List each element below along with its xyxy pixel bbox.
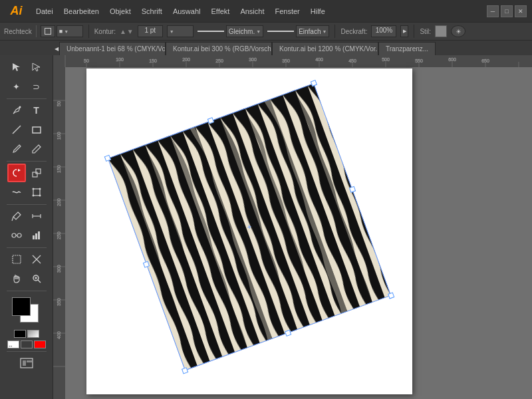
tool-separator-3 [7,204,47,205]
paintbrush-tool[interactable] [7,140,26,158]
blend-tool[interactable] [7,226,26,245]
gradient-swatch[interactable] [27,330,39,338]
handle-rm[interactable] [349,186,356,193]
slice-tool[interactable] [27,250,46,269]
title-bar: Ai Datei Bearbeiten Objekt Schrift Auswa… [0,0,532,22]
menu-effekt[interactable]: Effekt [206,6,234,17]
options-bar: Rechteck ■ Kontur: ▲ ▼ 1 pt Gleichm. Ein… [0,22,532,41]
svg-rect-2 [33,127,41,133]
tab-2[interactable]: Kontur.ai bei 1200 % (CMYK/Vor... ✕ [272,42,378,55]
svg-text:600: 600 [448,57,456,62]
kontur-value-input[interactable]: 1 pt [138,25,163,37]
kontur-up-arrow[interactable]: ▲ [120,28,126,35]
artboard-tool[interactable] [7,250,26,269]
handle-tr[interactable] [311,80,317,86]
eyedropper-tool[interactable] [7,207,26,225]
menu-hilfe[interactable]: Hilfe [306,6,330,17]
svg-point-8 [39,188,41,190]
type-tool[interactable]: T [27,101,46,120]
opacity-label: Deckraft: [340,28,367,35]
line-end-dropdown[interactable]: Einfach [296,25,329,37]
free-transform-tool[interactable] [27,183,46,201]
svg-rect-31 [53,55,532,67]
default-colors-btn[interactable] [21,340,33,348]
opacity-input[interactable]: 100% [371,25,396,37]
bar-graph-tool[interactable] [27,226,46,245]
foreground-color-swatch[interactable] [12,297,31,316]
svg-text:250: 250 [57,231,61,239]
window-maximize[interactable]: □ [501,5,513,17]
shape-selector[interactable] [41,25,55,37]
svg-line-1 [13,126,21,134]
svg-text:550: 550 [415,59,423,63]
svg-text:200: 200 [57,198,61,206]
tab-1[interactable]: Kontur.ai bei 300 % (RGB/Vorsch... ✕ [166,42,272,55]
hand-tool[interactable] [7,269,26,288]
tool-separator-1 [7,98,47,99]
warp-tool[interactable] [7,183,26,201]
tab-0[interactable]: Unbenannt-1 bei 68 % (CMYK/Vo... ✕ [59,42,166,55]
none-swatch[interactable] [14,330,26,338]
tab-3-label: Tranzparenz... [386,45,428,53]
svg-text:650: 650 [481,59,489,63]
tool-separator-4 [7,247,47,248]
svg-text:300: 300 [57,265,61,273]
menu-schrift[interactable]: Schrift [137,6,167,17]
svg-rect-29 [23,360,26,366]
canvas-area[interactable]: 50 100 150 200 250 300 350 400 450 500 5… [53,55,532,399]
svg-point-15 [12,233,16,237]
menu-datei[interactable]: Datei [31,6,58,17]
zebra-image[interactable]: + [108,83,391,370]
line-style-dropdown[interactable]: Gleichm. [226,25,263,37]
tab-1-label: Kontur.ai bei 300 % (RGB/Vorsch... [173,45,272,53]
opacity-arrow[interactable]: ▶ [400,25,408,37]
rectangle-tool[interactable] [27,120,46,139]
swap-colors-btn[interactable]: ↔ [7,340,19,348]
menu-auswahl[interactable]: Auswahl [168,6,205,17]
measure-tool[interactable] [27,207,46,225]
kontur-unit-dropdown[interactable] [167,25,194,37]
svg-text:50: 50 [84,59,89,63]
menu-ansicht[interactable]: Ansicht [235,6,269,17]
tab-3[interactable]: Tranzparenz... [378,42,436,55]
window-close[interactable]: ✕ [515,5,527,17]
appearance-button[interactable]: ☀ [451,25,466,37]
color-mode-btn[interactable] [34,340,46,348]
svg-rect-18 [33,235,35,239]
svg-point-9 [39,195,41,197]
ruler-vertical: 50 100 150 200 250 300 350 400 [53,67,65,399]
direct-selection-tool[interactable] [27,58,46,76]
style-swatch[interactable] [435,25,447,37]
stil-label: Stil: [420,28,431,35]
menu-fenster[interactable]: Fenster [270,6,304,17]
lasso-tool[interactable]: ⊃ [27,77,46,96]
change-screen-mode[interactable] [17,354,36,372]
window-minimize[interactable]: ─ [487,5,499,17]
magic-wand-tool[interactable]: ✦ [7,77,26,96]
toolbar: ✦ ⊃ T [0,55,53,399]
menu-objekt[interactable]: Objekt [105,6,136,17]
pencil-tool[interactable] [27,140,46,158]
shape-mode-dropdown[interactable]: ■ [57,25,83,37]
svg-point-10 [32,195,34,197]
zoom-tool[interactable] [27,269,46,288]
menu-bearbeiten[interactable]: Bearbeiten [59,6,104,17]
svg-rect-5 [36,169,41,174]
tab-scroll-left[interactable]: ◀ [53,42,59,55]
ruler-horizontal: 50 100 150 200 250 300 350 400 450 500 5… [53,55,532,67]
artboard: + [86,68,412,394]
svg-text:500: 500 [382,57,390,62]
line-style-preview [198,31,224,32]
scale-tool[interactable] [27,164,46,182]
pen-tool[interactable] [7,101,26,120]
handle-br[interactable] [388,292,394,299]
svg-text:150: 150 [57,165,61,173]
tool-name-label: Rechteck [4,28,32,35]
selection-tool[interactable] [7,58,26,76]
kontur-down-arrow[interactable]: ▼ [127,28,134,35]
svg-text:200: 200 [182,57,190,62]
svg-line-11 [12,217,13,221]
rotate-tool[interactable] [7,164,26,182]
svg-rect-21 [13,255,21,263]
line-tool[interactable] [7,120,26,139]
